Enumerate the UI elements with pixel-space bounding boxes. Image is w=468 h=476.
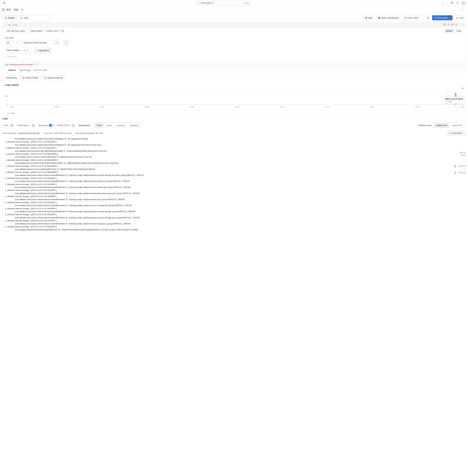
log-row[interactable]: › [com.alibaba.nacos.common.notify.Notif… [2, 168, 453, 171]
log-row[interactable]: › [com.alibaba.nacos.common.http.HttpCli… [2, 162, 453, 165]
expand-icon[interactable]: › [2, 174, 4, 177]
log-row[interactable]: › [com.alibaba.cloud.nacos.refresh.Nacos… [2, 198, 453, 201]
builder-tab[interactable]: Builder [444, 29, 454, 33]
expand-icon[interactable]: › [2, 213, 4, 216]
log-row[interactable]: › [com.alibaba.cloud.nacos.refresh.Nacos… [2, 216, 453, 219]
logs-volume-header[interactable]: ⌄ Logs volume [0, 83, 468, 87]
prettify-json-toggle[interactable]: Prettify JSON [57, 124, 75, 127]
expand-icon[interactable]: › [2, 189, 4, 192]
time-toggle[interactable]: Time [3, 124, 14, 127]
log-row[interactable]: › [com.alibaba.cloud.nacos.refresh.Nacos… [2, 186, 453, 189]
breadcrumb-explore[interactable]: 探索 [14, 8, 18, 11]
zoom-out-button[interactable] [425, 15, 431, 20]
expand-icon[interactable]: › [2, 195, 4, 198]
drag-handle-icon[interactable]: ⋮⋮ [459, 23, 464, 26]
split-button[interactable]: Split [363, 15, 374, 20]
kick-start-button[interactable]: Kick start your query [5, 29, 27, 33]
line-filter-input[interactable]: Text to find [5, 54, 30, 59]
label-browser-button[interactable]: Label browser [29, 29, 45, 33]
log-row[interactable]: › [com.alibaba.cloud.nacos.refresh.Nacos… [2, 210, 453, 213]
dedup-signature[interactable]: Signature [128, 123, 141, 128]
expand-icon[interactable]: › [2, 186, 4, 189]
query-inspector-button[interactable]: Query inspector [42, 75, 65, 80]
log-row[interactable]: › [com.alibaba.cloud.nacos.refresh.Nacos… [2, 192, 453, 195]
expand-icon[interactable]: › [2, 219, 4, 222]
close-icon[interactable]: × [27, 49, 29, 51]
log-row[interactable]: › [com.alibaba.cloud.nacos.registry.Naco… [2, 137, 453, 140]
log-row[interactable]: › [com.alibaba.cloud.nacos.refresh.Nacos… [2, 180, 453, 183]
datasource-picker[interactable]: 🤞 Loki ⌄ [18, 15, 51, 20]
global-search-input[interactable]: 搜索或跳转至... cmd+k [195, 1, 252, 5]
expand-icon[interactable]: › [2, 153, 4, 156]
download-button[interactable]: Download ⌄ [447, 130, 466, 136]
logs-volume-chart[interactable]: Loki 200 0 20:4020:4520:5020:5521:0021:0… [2, 87, 466, 109]
log-row[interactable]: ›phantom-service-storage : [2023-12-10 1… [2, 171, 453, 174]
expand-icon[interactable]: › [2, 159, 4, 162]
newest-first[interactable]: Newest first [434, 123, 450, 128]
info-icon[interactable] [24, 49, 26, 51]
expand-icon[interactable]: › [2, 171, 4, 174]
log-row[interactable]: › [com.alibaba.nacos.common.notify.Notif… [2, 156, 453, 159]
collapse-panel-icon[interactable] [460, 6, 466, 13]
filter-op-select[interactable]: =⌄ [14, 40, 21, 45]
log-row[interactable]: ›phantom-service-storage : [2023-12-10 1… [2, 195, 453, 198]
expand-icon[interactable]: › [2, 165, 4, 168]
log-row[interactable]: › [com.alibaba.cloud.nacos.registry.Naco… [2, 144, 453, 146]
oldest-first[interactable]: Oldest first [450, 123, 464, 128]
breadcrumb-home[interactable]: 首页 [6, 8, 11, 11]
grafana-logo-icon[interactable] [2, 1, 6, 5]
expand-icon[interactable]: › [2, 180, 4, 183]
expand-icon[interactable]: › [2, 225, 4, 228]
log-row[interactable]: ›phantom-service-storage : [2023-12-10 1… [2, 207, 453, 210]
log-row[interactable]: ›phantom-service-storage : [2023-12-10 1… [2, 177, 453, 180]
expand-icon[interactable]: › [2, 192, 4, 195]
live-button[interactable]: Live [454, 15, 466, 20]
user-avatar[interactable] [461, 1, 466, 5]
timeline-tick[interactable]: 21:34:22 [455, 171, 466, 174]
expand-icon[interactable]: › [2, 168, 4, 171]
expand-icon[interactable]: › [2, 140, 4, 144]
eye-icon[interactable] [451, 23, 453, 26]
line-contains-operation[interactable]: Line contains ⌄ × [5, 48, 32, 53]
code-tab[interactable]: Code [454, 29, 463, 33]
add-query-button[interactable]: + Add query [2, 75, 19, 80]
expand-icon[interactable]: › [2, 204, 4, 207]
chevron-right-icon[interactable]: › [5, 69, 5, 71]
log-row[interactable]: › [com.alibaba.cloud.nacos.refresh.Nacos… [2, 174, 453, 177]
add-to-dashboard-button[interactable]: Add to dashboard [376, 15, 401, 20]
expand-icon[interactable]: › [2, 137, 4, 140]
remove-filter-button[interactable]: × [54, 40, 60, 45]
share-icon[interactable] [21, 8, 23, 11]
log-row[interactable]: ›phantom-service-storage : [2023-12-10 1… [2, 225, 453, 228]
log-row[interactable]: › [com.alibaba.cloud.nacos.refresh.Nacos… [2, 222, 453, 225]
expand-icon[interactable]: › [2, 177, 4, 180]
log-row[interactable]: ›phantom-service-storage : [2023-12-10 1… [2, 189, 453, 192]
log-row[interactable]: ›phantom-service-storage : [2023-12-10 1… [2, 219, 453, 222]
trash-icon[interactable] [455, 23, 457, 26]
add-operations-button[interactable]: +Operations [34, 48, 52, 53]
expand-icon[interactable]: › [2, 216, 4, 219]
menu-icon[interactable]: ☰ [2, 8, 5, 12]
chevron-down-icon[interactable]: ⌄ [4, 23, 6, 26]
expand-icon[interactable]: › [2, 228, 4, 231]
expand-icon[interactable]: › [2, 150, 4, 153]
dedup-numbers[interactable]: Numbers [114, 123, 128, 128]
log-row[interactable]: ›phantom-service-storage : [2023-12-10 1… [2, 201, 453, 204]
help-icon[interactable]: ? [443, 23, 446, 26]
history-icon[interactable] [447, 23, 450, 26]
news-icon[interactable] [456, 1, 460, 5]
expand-icon[interactable]: › [2, 162, 4, 165]
options-label[interactable]: Options [8, 69, 16, 71]
time-range-picker[interactable]: Last 1 hour ⌄ [402, 15, 424, 20]
log-row[interactable]: › [com.alibaba.nacos.common.http.HttpCli… [2, 150, 453, 153]
log-row[interactable]: ›phantom-service-storage : [2023-12-10 1… [2, 153, 453, 156]
help-icon[interactable] [450, 1, 454, 5]
expand-icon[interactable]: › [2, 222, 4, 225]
expand-icon[interactable]: › [2, 146, 4, 149]
add-icon[interactable]: + ⌄ [441, 1, 446, 5]
expand-icon[interactable]: › [2, 210, 4, 213]
expand-icon[interactable]: › [2, 198, 4, 201]
expand-icon[interactable]: › [2, 183, 4, 186]
run-query-button[interactable]: Run query ⌄ [432, 15, 453, 20]
log-row[interactable]: ›phantom-service-storage : [2023-12-10 1… [2, 183, 453, 186]
